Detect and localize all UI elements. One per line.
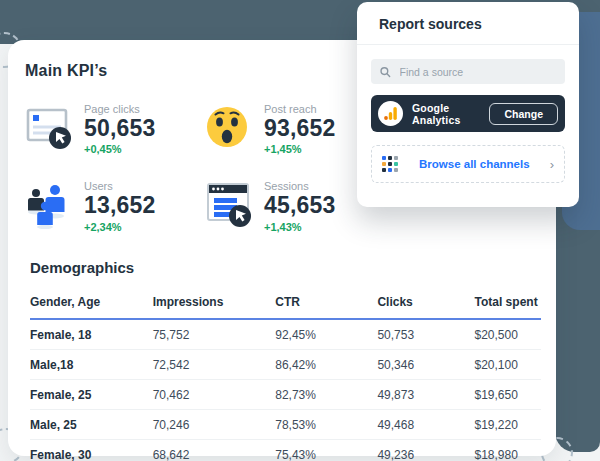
column-header: Clicks bbox=[377, 289, 474, 319]
kpi-label: Sessions bbox=[264, 180, 336, 192]
change-source-button[interactable]: Change bbox=[489, 103, 558, 125]
kpi-value: 13,652 bbox=[84, 192, 156, 218]
table-cell: 49,468 bbox=[377, 409, 474, 439]
report-sources-header: Report sources bbox=[357, 2, 579, 45]
column-header: Impressions bbox=[153, 289, 276, 319]
kpi-label: Post reach bbox=[264, 103, 336, 115]
table-cell: $19,650 bbox=[475, 379, 541, 409]
demographics-title: Demographics bbox=[30, 259, 536, 276]
google-analytics-icon bbox=[378, 101, 403, 126]
table-cell: Female, 25 bbox=[30, 379, 153, 409]
search-icon bbox=[380, 66, 391, 78]
column-header: Total spent bbox=[475, 289, 541, 319]
table-cell: 72,542 bbox=[153, 349, 276, 379]
google-analytics-source-row: Google Analytics Change bbox=[371, 95, 565, 132]
source-name-label: Google Analytics bbox=[412, 102, 489, 126]
kpi-delta: +2,34% bbox=[84, 221, 156, 233]
table-cell: Female, 18 bbox=[30, 319, 153, 350]
table-cell: $19,220 bbox=[475, 409, 541, 439]
table-cell: 49,873 bbox=[377, 379, 474, 409]
source-search-box[interactable] bbox=[371, 59, 565, 84]
report-sources-panel: Report sources Google Analytics bbox=[357, 2, 579, 207]
browse-all-channels-button[interactable]: Browse all channels › bbox=[371, 145, 565, 183]
table-cell: $18,980 bbox=[475, 439, 541, 461]
kpi-delta: +1,43% bbox=[264, 221, 336, 233]
kpi-value: 93,652 bbox=[264, 115, 336, 141]
table-cell: 86,42% bbox=[275, 349, 377, 379]
report-sources-title: Report sources bbox=[379, 16, 482, 32]
channels-grid-icon bbox=[382, 156, 399, 173]
column-header: Gender, Age bbox=[30, 289, 153, 319]
table-row: Male,1872,54286,42%50,346$20,100 bbox=[30, 349, 541, 379]
page-clicks-icon bbox=[25, 102, 73, 152]
table-cell: 78,53% bbox=[275, 409, 377, 439]
kpi-card-page-clicks: Page clicks 50,653 +0,45% bbox=[25, 102, 205, 155]
browse-all-channels-label: Browse all channels bbox=[399, 158, 550, 170]
chevron-right-icon: › bbox=[550, 158, 554, 171]
table-cell: 49,236 bbox=[377, 439, 474, 461]
wow-emoji-icon bbox=[205, 102, 253, 152]
table-cell: 75,752 bbox=[153, 319, 276, 350]
kpi-label: Page clicks bbox=[84, 103, 156, 115]
kpi-label: Users bbox=[84, 180, 156, 192]
table-cell: 50,346 bbox=[377, 349, 474, 379]
table-cell: 82,73% bbox=[275, 379, 377, 409]
demographics-table: Gender, Age Impressions CTR Clicks Total… bbox=[30, 289, 541, 461]
kpi-value: 50,653 bbox=[84, 115, 156, 141]
table-row: Female, 1875,75292,45%50,753$20,500 bbox=[30, 319, 541, 350]
kpi-value: 45,653 bbox=[264, 192, 336, 218]
table-cell: $20,100 bbox=[475, 349, 541, 379]
demographics-table-body: Female, 1875,75292,45%50,753$20,500Male,… bbox=[30, 319, 541, 461]
dashboard-screen: Main KPI’s Page clicks 50,653 bbox=[0, 0, 600, 461]
column-header: CTR bbox=[275, 289, 377, 319]
table-cell: 50,753 bbox=[377, 319, 474, 350]
table-cell: 70,246 bbox=[153, 409, 276, 439]
table-row: Male, 2570,24678,53%49,468$19,220 bbox=[30, 409, 541, 439]
table-cell: Male, 25 bbox=[30, 409, 153, 439]
kpi-delta: +1,45% bbox=[264, 143, 336, 155]
kpi-delta: +0,45% bbox=[84, 143, 156, 155]
table-cell: 75,43% bbox=[275, 439, 377, 461]
table-row: Female, 3068,64275,43%49,236$18,980 bbox=[30, 439, 541, 461]
kpi-card-users: Users 13,652 +2,34% bbox=[25, 179, 205, 232]
search-input[interactable] bbox=[398, 65, 556, 79]
table-header-row: Gender, Age Impressions CTR Clicks Total… bbox=[30, 289, 541, 319]
table-cell: 68,642 bbox=[153, 439, 276, 461]
table-cell: Male,18 bbox=[30, 349, 153, 379]
table-cell: 70,462 bbox=[153, 379, 276, 409]
table-row: Female, 2570,46282,73%49,873$19,650 bbox=[30, 379, 541, 409]
sessions-icon bbox=[205, 179, 253, 229]
table-cell: 92,45% bbox=[275, 319, 377, 350]
users-icon bbox=[25, 179, 73, 229]
table-cell: Female, 30 bbox=[30, 439, 153, 461]
table-cell: $20,500 bbox=[475, 319, 541, 350]
